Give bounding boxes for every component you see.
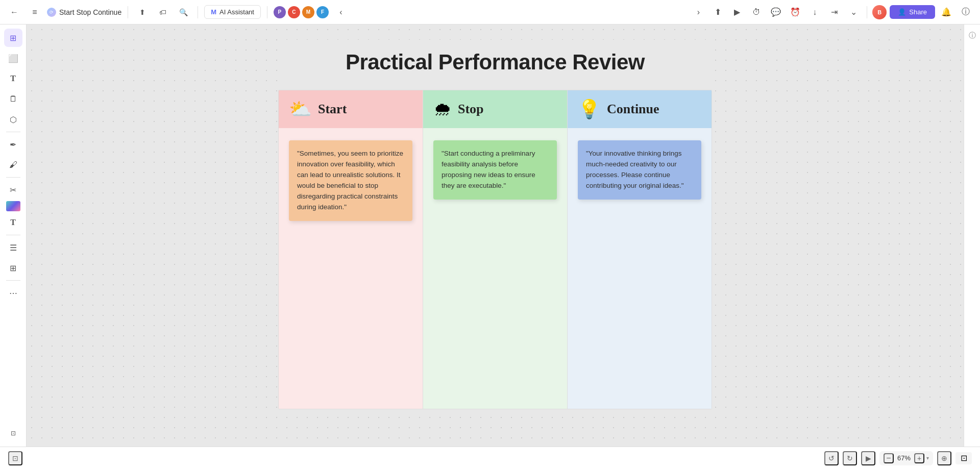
minimap-icon: ⊡ — [11, 430, 16, 437]
left-sidebar: ⊞ ⬜ T 🗒 ⬡ ✒ 🖌 ✂ T ☰ — [0, 24, 27, 447]
toolbar-right: › ⬆ ▶ ⏱ 💬 ⏰ ↓ ⇥ ⌄ B 👤 Share 🔔 ⓘ — [690, 4, 974, 20]
continue-note-1-text: "Your innovative thinking brings much-ne… — [586, 150, 684, 189]
collapse-button[interactable]: ‹ — [333, 4, 349, 20]
sidebar-tool-frame[interactable]: ⬜ — [4, 49, 22, 67]
toolbar-left: ← ≡ ⟳ Start Stop Continue ⬆ 🏷 🔍 M AI Ass… — [6, 4, 686, 20]
start-note-1-text: "Sometimes, you seem to prioritize innov… — [297, 150, 403, 211]
app-icon-f[interactable]: F — [316, 6, 329, 18]
fit-view-button[interactable]: ⊕ — [937, 451, 951, 465]
zoom-control[interactable]: − 67% + ▾ — [879, 451, 933, 465]
app-icon-c[interactable]: C — [288, 6, 300, 18]
minimap-toggle-button[interactable]: ⊡ — [8, 451, 22, 465]
comment-button[interactable]: 💬 — [768, 4, 784, 20]
right-panel-info[interactable]: ⓘ — [965, 29, 979, 43]
minimap-view-button[interactable]: ⊡ — [955, 452, 972, 464]
sidebar-tool-more[interactable]: ⋯ — [4, 284, 22, 302]
expand-right-button[interactable]: › — [690, 4, 706, 20]
sidebar-tool-pen[interactable]: ✒ — [4, 135, 22, 154]
canvas-content: Practical Performance Review ⛅ Start "So… — [278, 40, 712, 423]
play-canvas-button[interactable]: ▶ — [861, 451, 875, 465]
pen-icon: ✒ — [10, 140, 16, 150]
separator-4 — [867, 6, 867, 18]
export-icon: ⬆ — [139, 8, 145, 16]
back-icon: ← — [10, 8, 18, 17]
app-icon-p[interactable]: P — [274, 6, 286, 18]
chevron-down-btn[interactable]: ⌄ — [845, 4, 862, 20]
tag-button[interactable]: 🏷 — [155, 4, 171, 20]
scissors-icon: ✂ — [10, 185, 16, 195]
app-icon-m[interactable]: M — [302, 6, 314, 18]
play-canvas-icon: ▶ — [866, 454, 871, 462]
minimap-view-icon: ⊡ — [961, 453, 967, 463]
column-body-stop[interactable]: "Start conducting a preliminary feasibil… — [423, 128, 567, 409]
color-preview[interactable] — [6, 201, 20, 211]
zoom-in-icon: + — [917, 454, 921, 462]
column-header-continue: 💡 Continue — [568, 90, 712, 128]
frame-icon: ⬜ — [8, 54, 18, 63]
ai-icon: M — [211, 8, 216, 16]
search-icon: 🔍 — [179, 8, 188, 16]
doc-title-text: Start Stop Continue — [59, 8, 121, 16]
column-body-start[interactable]: "Sometimes, you seem to prioritize innov… — [279, 128, 423, 409]
sidebar-sep-1 — [6, 132, 20, 132]
top-toolbar: ← ≡ ⟳ Start Stop Continue ⬆ 🏷 🔍 M AI Ass… — [0, 0, 980, 24]
note-icon: 🗒 — [9, 94, 17, 104]
sidebar-tool-scissors[interactable]: ✂ — [4, 181, 22, 199]
zoom-out-button[interactable]: − — [884, 453, 894, 463]
zoom-level: 67% — [896, 454, 912, 462]
board-title-section: Practical Performance Review — [278, 40, 712, 85]
sidebar-tool-list[interactable]: ☰ — [4, 238, 22, 257]
continue-header-label: Continue — [607, 102, 659, 117]
forward-btn[interactable]: ⇥ — [826, 4, 842, 20]
sidebar-tool-shape[interactable]: ⬡ — [4, 110, 22, 129]
clock-button[interactable]: ⏰ — [787, 4, 803, 20]
column-header-start: ⛅ Start — [279, 90, 423, 128]
undo-button[interactable]: ↺ — [824, 451, 839, 465]
notification-button[interactable]: 🔔 — [938, 4, 954, 20]
separator-1 — [128, 6, 128, 18]
continue-note-1[interactable]: "Your innovative thinking brings much-ne… — [578, 140, 701, 200]
stop-note-1[interactable]: "Start conducting a preliminary feasibil… — [433, 140, 557, 200]
sidebar-tool-table[interactable]: ⊞ — [4, 259, 22, 277]
back-button[interactable]: ← — [6, 4, 22, 20]
sidebar-tool-brush[interactable]: 🖌 — [4, 156, 22, 174]
info-button[interactable]: ⓘ — [958, 4, 974, 20]
share-button[interactable]: 👤 Share — [890, 5, 935, 19]
redo-icon: ↻ — [847, 454, 853, 462]
bottom-bar: ⊡ ↺ ↻ ▶ − 67% + ▾ ⊕ ⊡ — [0, 447, 980, 469]
main-area: ⊞ ⬜ T 🗒 ⬡ ✒ 🖌 ✂ T ☰ — [0, 24, 980, 447]
redo-button[interactable]: ↻ — [843, 451, 857, 465]
play-button[interactable]: ▶ — [729, 4, 745, 20]
collapse-icon: ‹ — [339, 8, 342, 17]
sidebar-tool-layers[interactable]: ⊞ — [4, 29, 22, 47]
sidebar-tool-minimap[interactable]: ⊡ — [4, 424, 22, 442]
sidebar-tool-note[interactable]: 🗒 — [4, 90, 22, 108]
sidebar-sep-4 — [6, 280, 20, 281]
app-icons-group: P C M F — [274, 6, 329, 18]
search-button[interactable]: 🔍 — [175, 4, 191, 20]
menu-button[interactable]: ≡ — [27, 4, 43, 20]
columns-container: ⛅ Start "Sometimes, you seem to prioriti… — [278, 90, 712, 409]
sidebar-sep-2 — [6, 177, 20, 178]
stop-note-1-text: "Start conducting a preliminary feasibil… — [442, 150, 535, 189]
start-emoji: ⛅ — [289, 98, 312, 120]
timer-icon-btn[interactable]: ⏱ — [748, 4, 765, 20]
column-header-stop: 🌧 Stop — [423, 90, 567, 128]
ai-assistant-button[interactable]: M AI Assistant — [204, 5, 261, 19]
board-title: Practical Performance Review — [278, 50, 712, 75]
more-icon: ⋯ — [9, 288, 17, 298]
column-body-continue[interactable]: "Your innovative thinking brings much-ne… — [568, 128, 712, 409]
download-btn[interactable]: ↓ — [806, 4, 823, 20]
sidebar-tool-text2[interactable]: T — [4, 213, 22, 232]
start-note-1[interactable]: "Sometimes, you seem to prioritize innov… — [289, 140, 412, 221]
minimap-toggle-icon: ⊡ — [12, 454, 18, 462]
zoom-in-button[interactable]: + — [914, 453, 924, 463]
sidebar-tool-text[interactable]: T — [4, 69, 22, 88]
column-stop: 🌧 Stop "Start conducting a preliminary f… — [423, 90, 568, 409]
export-button[interactable]: ⬆ — [134, 4, 151, 20]
upload-button[interactable]: ⬆ — [709, 4, 726, 20]
info-circle-icon: ⓘ — [969, 31, 976, 40]
column-start: ⛅ Start "Sometimes, you seem to prioriti… — [279, 90, 423, 409]
stop-emoji: 🌧 — [433, 98, 452, 120]
canvas-area[interactable]: Practical Performance Review ⛅ Start "So… — [27, 24, 964, 447]
